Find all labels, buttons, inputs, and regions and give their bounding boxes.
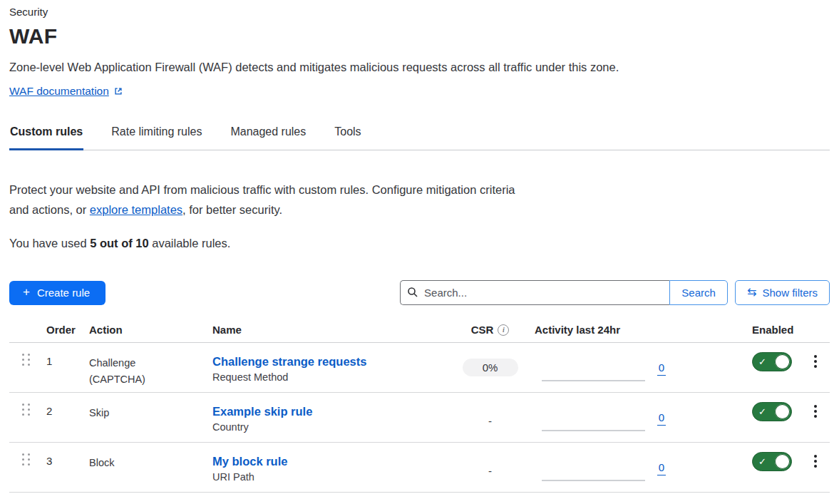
usage-prefix: You have used — [9, 237, 90, 250]
explore-templates-link[interactable]: explore templates — [90, 203, 182, 216]
activity-count-link[interactable]: 0 — [657, 461, 666, 475]
rule-name-link[interactable]: Challenge strange requests — [212, 355, 366, 369]
usage-count: 5 out of 10 — [90, 237, 149, 250]
rule-action-line1: Block — [89, 455, 212, 471]
show-filters-label: Show filters — [762, 287, 818, 299]
rule-order: 1 — [46, 343, 89, 392]
table-body: 1 Challenge (CAPTCHA) Challenge strange … — [9, 343, 830, 493]
table-row: 1 Challenge (CAPTCHA) Challenge strange … — [9, 343, 830, 393]
rule-action-line2: (CAPTCHA) — [89, 371, 212, 388]
rule-action: Challenge (CAPTCHA) — [89, 343, 212, 392]
toolbar: + Create rule Search ⇆ Show filt — [9, 280, 830, 305]
page-title: WAF — [9, 24, 830, 48]
breadcrumb: Security — [9, 6, 830, 18]
check-icon: ✓ — [758, 357, 766, 366]
create-rule-label: Create rule — [37, 287, 90, 299]
header-drag-spacer — [9, 324, 46, 336]
header-csr: CSR i — [446, 324, 535, 336]
page-description: Zone-level Web Application Firewall (WAF… — [9, 61, 830, 74]
rule-action-line1: Challenge — [89, 355, 212, 371]
usage-suffix: available rules. — [149, 237, 231, 250]
drag-handle-icon[interactable] — [22, 403, 46, 416]
rule-order: 3 — [46, 443, 89, 492]
rule-order: 2 — [46, 393, 89, 442]
kebab-menu-icon[interactable] — [810, 354, 821, 392]
header-enabled: Enabled — [676, 324, 801, 336]
info-icon[interactable]: i — [498, 324, 509, 336]
tab-bar: Custom rules Rate limiting rules Managed… — [9, 121, 830, 150]
check-icon: ✓ — [758, 407, 766, 416]
intro-text: Protect your website and API from malici… — [9, 180, 537, 220]
csr-value: - — [488, 458, 492, 477]
check-icon: ✓ — [758, 457, 766, 466]
rules-table: Order Action Name CSR i Activity last 24… — [9, 324, 830, 493]
rule-field: Country — [212, 421, 446, 433]
activity-count-link[interactable]: 0 — [657, 411, 666, 426]
csr-value: - — [488, 408, 492, 427]
header-menu-spacer — [801, 324, 830, 336]
header-order: Order — [46, 324, 89, 336]
search-input[interactable] — [400, 280, 669, 305]
waf-page: Security WAF Zone-level Web Application … — [0, 0, 839, 493]
rule-field: Request Method — [212, 371, 446, 383]
create-rule-button[interactable]: + Create rule — [9, 281, 105, 305]
external-link-icon — [113, 86, 123, 96]
csr-value: 0% — [463, 359, 518, 376]
activity-sparkline — [542, 380, 645, 381]
table-row: 3 Block My block rule URI Path - 0 ✓ — [9, 443, 830, 493]
header-action: Action — [89, 324, 212, 336]
tab-managed-rules[interactable]: Managed rules — [230, 121, 307, 150]
usage-text: You have used 5 out of 10 available rule… — [9, 237, 830, 250]
activity-count-link[interactable]: 0 — [657, 361, 666, 376]
enabled-toggle[interactable]: ✓ — [752, 402, 792, 421]
table-row: 2 Skip Example skip rule Country - 0 ✓ — [9, 393, 830, 443]
search-button[interactable]: Search — [669, 280, 728, 305]
enabled-toggle[interactable]: ✓ — [752, 452, 792, 471]
activity-sparkline — [542, 430, 645, 431]
plus-icon: + — [23, 286, 30, 298]
enabled-toggle[interactable]: ✓ — [752, 352, 792, 371]
waf-documentation-link[interactable]: WAF documentation — [9, 85, 109, 98]
toggle-knob — [775, 354, 790, 369]
header-csr-label: CSR — [471, 324, 494, 336]
activity-sparkline — [542, 480, 645, 481]
kebab-menu-icon[interactable] — [810, 403, 821, 442]
header-name: Name — [212, 324, 446, 336]
header-activity: Activity last 24hr — [535, 324, 676, 336]
search-icon — [407, 287, 418, 301]
toggle-knob — [775, 404, 790, 419]
rule-action: Block — [89, 443, 212, 492]
rule-field: URI Path — [212, 471, 446, 483]
table-header-row: Order Action Name CSR i Activity last 24… — [9, 324, 830, 343]
rule-name-link[interactable]: Example skip rule — [212, 405, 312, 418]
show-filters-button[interactable]: ⇆ Show filters — [735, 280, 830, 305]
drag-handle-icon[interactable] — [22, 354, 46, 366]
toggle-knob — [775, 454, 790, 469]
intro-after: , for better security. — [182, 203, 282, 216]
drag-handle-icon[interactable] — [22, 453, 46, 466]
rule-action: Skip — [89, 393, 212, 442]
tab-custom-rules[interactable]: Custom rules — [9, 121, 83, 150]
rule-action-line1: Skip — [89, 405, 212, 421]
tab-rate-limiting-rules[interactable]: Rate limiting rules — [110, 121, 202, 150]
swap-arrows-icon: ⇆ — [747, 287, 756, 298]
kebab-menu-icon[interactable] — [810, 453, 821, 492]
rule-name-link[interactable]: My block rule — [212, 455, 287, 468]
tab-tools[interactable]: Tools — [334, 121, 361, 150]
